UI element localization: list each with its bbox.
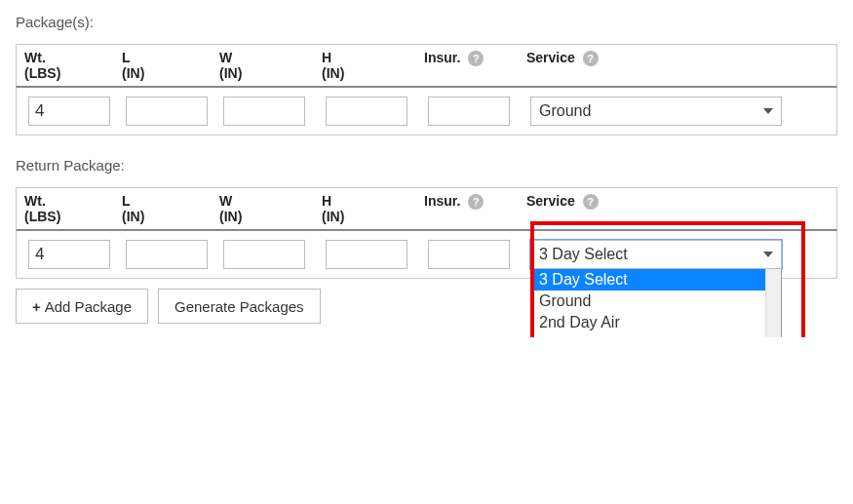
help-icon[interactable]: ? bbox=[583, 194, 599, 210]
return-height-input[interactable] bbox=[326, 240, 407, 269]
generate-packages-button[interactable]: Generate Packages bbox=[158, 289, 321, 324]
header-length: L (IN) bbox=[114, 188, 212, 229]
return-table-header: Wt. (LBS) L (IN) W (IN) H (IN) Insur. ? … bbox=[16, 187, 837, 231]
scrollbar[interactable] bbox=[765, 269, 781, 337]
packages-section-label: Package(s): bbox=[16, 14, 837, 30]
header-weight: Wt. (LBS) bbox=[17, 45, 114, 86]
package-length-input[interactable] bbox=[126, 97, 208, 126]
help-icon[interactable]: ? bbox=[583, 51, 599, 66]
header-length: L (IN) bbox=[114, 45, 212, 86]
help-icon[interactable]: ? bbox=[468, 51, 484, 66]
header-height: H (IN) bbox=[314, 188, 416, 229]
package-row: Ground bbox=[16, 88, 837, 136]
header-insurance: Insur. ? bbox=[416, 188, 519, 229]
return-section-label: Return Package: bbox=[16, 157, 837, 174]
return-row: 3 Day Select 3 Day SelectGround2nd Day A… bbox=[16, 231, 837, 279]
package-width-input[interactable] bbox=[223, 97, 305, 126]
packages-table-header: Wt. (LBS) L (IN) W (IN) H (IN) Insur. ? … bbox=[16, 44, 837, 88]
header-width: W (IN) bbox=[212, 45, 314, 86]
chevron-down-icon bbox=[763, 108, 773, 114]
add-package-button[interactable]: +Add Package bbox=[16, 289, 148, 324]
package-insurance-input[interactable] bbox=[428, 97, 510, 126]
help-icon[interactable]: ? bbox=[468, 194, 484, 210]
package-weight-input[interactable] bbox=[28, 97, 110, 126]
plus-icon: + bbox=[32, 298, 41, 315]
service-option[interactable]: 2nd Day Air bbox=[531, 312, 781, 333]
package-height-input[interactable] bbox=[326, 97, 407, 126]
service-dropdown-list[interactable]: 3 Day SelectGround2nd Day Air2nd Day Air… bbox=[530, 269, 782, 337]
service-option[interactable]: Ground bbox=[531, 291, 781, 312]
service-option[interactable]: 2nd Day Air AM bbox=[531, 333, 781, 337]
return-weight-input[interactable] bbox=[28, 240, 110, 269]
chevron-down-icon bbox=[763, 252, 773, 257]
return-insurance-input[interactable] bbox=[428, 240, 510, 269]
header-service: Service ? bbox=[519, 45, 782, 86]
header-weight: Wt. (LBS) bbox=[17, 188, 114, 229]
package-service-select[interactable]: Ground bbox=[530, 97, 782, 126]
return-width-input[interactable] bbox=[223, 240, 305, 269]
header-width: W (IN) bbox=[212, 188, 314, 229]
header-height: H (IN) bbox=[314, 45, 416, 86]
header-insurance: Insur. ? bbox=[416, 45, 519, 86]
service-option[interactable]: 3 Day Select bbox=[531, 269, 781, 291]
return-length-input[interactable] bbox=[126, 240, 208, 269]
return-service-select[interactable]: 3 Day Select bbox=[530, 240, 782, 269]
header-service: Service ? bbox=[519, 188, 782, 229]
